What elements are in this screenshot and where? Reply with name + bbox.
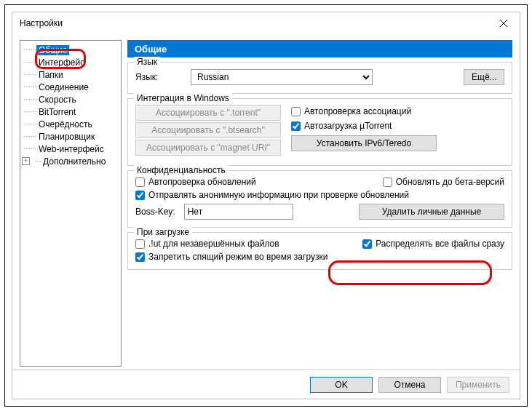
expand-icon[interactable]: + [22, 157, 30, 165]
integration-legend: Интеграция в Windows [134, 93, 232, 103]
tree-item-scheduler[interactable]: ⋯⋯Планировщик [20, 130, 121, 143]
install-ipv6-button[interactable]: Установить IPv6/Teredo [291, 135, 437, 151]
autoupdate-checkbox[interactable]: Автопроверка обновлений [135, 177, 256, 187]
ok-button[interactable]: OK [310, 377, 373, 393]
ut-extension-checkbox[interactable]: .!ut для незавершённых файлов [135, 239, 279, 249]
tree-item-advanced[interactable]: +⋯Дополнительно [20, 155, 121, 167]
titlebar[interactable]: Настройки [12, 12, 520, 34]
more-languages-button[interactable]: Ещё... [464, 69, 504, 85]
section-header: Общие [127, 40, 512, 57]
privacy-legend: Конфиденциальность [134, 165, 229, 175]
download-group: При загрузке .!ut для незавершённых файл… [127, 232, 512, 270]
close-button[interactable] [487, 12, 520, 34]
tree-item-folders[interactable]: ⋯⋯Папки [20, 68, 121, 81]
tree-item-interface[interactable]: ⋯⋯Интерфейс [20, 56, 121, 68]
tree-item-general[interactable]: ⋯⋯Общие [20, 44, 121, 56]
language-legend: Язык [134, 57, 160, 67]
cancel-button[interactable]: Отмена [378, 377, 441, 393]
prevent-sleep-checkbox[interactable]: Запретить спящий режим во время загрузки [135, 252, 504, 262]
language-select[interactable]: Russian [191, 69, 373, 85]
bosskey-label: Boss-Key: [135, 207, 175, 217]
settings-content: Общие Язык Язык: Russian Ещё... Интеграц… [127, 40, 512, 367]
tree-item-web[interactable]: ⋯⋯Web-интерфейс [20, 143, 121, 155]
bosskey-input[interactable] [184, 204, 293, 220]
autocheck-assoc-checkbox[interactable]: Автопроверка ассоциаций [291, 106, 437, 116]
download-legend: При загрузке [134, 227, 192, 237]
settings-dialog: Настройки ⋯⋯Общие ⋯⋯Интерфейс ⋯⋯Папки ⋯⋯… [12, 12, 520, 399]
tree-item-speed[interactable]: ⋯⋯Скорость [20, 93, 121, 105]
settings-tree[interactable]: ⋯⋯Общие ⋯⋯Интерфейс ⋯⋯Папки ⋯⋯Соединение… [20, 40, 122, 367]
dialog-footer: OK Отмена Применить [12, 370, 520, 399]
window-title: Настройки [20, 18, 63, 28]
privacy-group: Конфиденциальность Автопроверка обновлен… [127, 170, 512, 228]
tree-item-connection[interactable]: ⋯⋯Соединение [20, 81, 121, 93]
autoload-checkbox[interactable]: Автозагрузка µTorrent [291, 121, 437, 131]
anon-checkbox[interactable]: Отправлять анонимную информацию при пров… [135, 190, 504, 200]
language-label: Язык: [135, 72, 186, 82]
beta-checkbox[interactable]: Обновлять до бета-версий [383, 177, 504, 187]
language-group: Язык Язык: Russian Ещё... [127, 62, 512, 94]
tree-item-queue[interactable]: ⋯⋯Очерёдность [20, 118, 121, 130]
assoc-torrent-button[interactable]: Ассоциировать с ".torrent" [135, 105, 281, 121]
delete-personal-button[interactable]: Удалить личные данные [359, 204, 504, 220]
apply-button[interactable]: Применить [447, 377, 509, 393]
close-icon [500, 20, 507, 27]
tree-item-bittorrent[interactable]: ⋯⋯BitTorrent [20, 105, 121, 118]
dialog-body: ⋯⋯Общие ⋯⋯Интерфейс ⋯⋯Папки ⋯⋯Соединение… [12, 34, 520, 370]
assoc-btsearch-button[interactable]: Ассоциировать с ".btsearch" [135, 122, 281, 138]
preallocate-checkbox[interactable]: Распределять все файлы сразу [362, 239, 504, 249]
assoc-magnet-button[interactable]: Ассоциировать с "magnet URI" [135, 140, 281, 156]
integration-group: Интеграция в Windows Ассоциировать с ".t… [127, 98, 512, 166]
